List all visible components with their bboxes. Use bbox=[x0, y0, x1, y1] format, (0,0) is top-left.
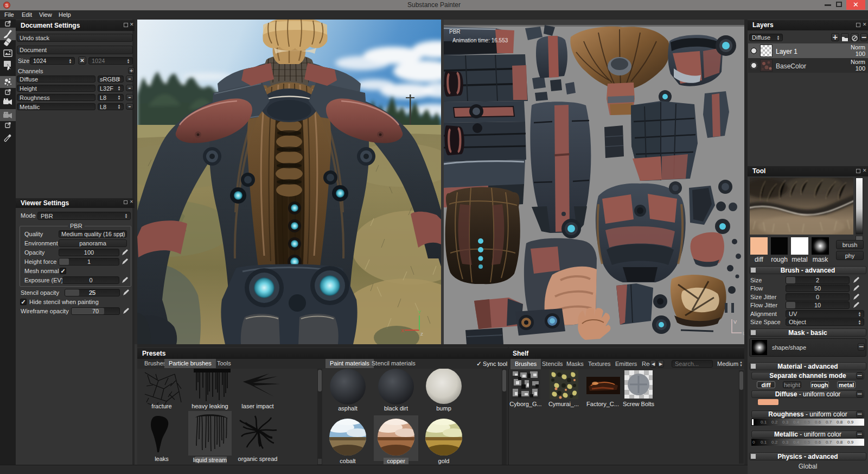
svg-text:Cymurai_...: Cymurai_... bbox=[548, 401, 579, 407]
svg-text:organic spread: organic spread bbox=[238, 456, 278, 462]
svg-text:PBR: PBR bbox=[449, 29, 461, 35]
svg-text:bump: bump bbox=[436, 405, 451, 412]
svg-text:0.6: 0.6 bbox=[815, 420, 821, 425]
svg-text:Y: Y bbox=[418, 309, 421, 315]
svg-text:V: V bbox=[733, 319, 737, 325]
svg-text:0.8: 0.8 bbox=[837, 420, 843, 425]
svg-text:X: X bbox=[401, 328, 404, 333]
svg-text:0.9: 0.9 bbox=[847, 440, 854, 445]
svg-text:Animation time: 16.553: Animation time: 16.553 bbox=[452, 37, 508, 43]
svg-text:0.1: 0.1 bbox=[761, 440, 767, 445]
svg-text:0.4: 0.4 bbox=[793, 420, 800, 425]
svg-text:black dirt: black dirt bbox=[384, 405, 408, 412]
svg-text:asphalt: asphalt bbox=[338, 405, 357, 412]
svg-text:0.6: 0.6 bbox=[815, 440, 821, 445]
svg-text:fracture: fracture bbox=[151, 403, 171, 409]
svg-text:0.7: 0.7 bbox=[826, 420, 832, 425]
svg-text:0.3: 0.3 bbox=[782, 440, 789, 445]
svg-text:0.2: 0.2 bbox=[771, 440, 778, 445]
svg-text:0.5: 0.5 bbox=[804, 440, 810, 445]
svg-text:cobalt: cobalt bbox=[340, 458, 355, 464]
svg-text:copper: copper bbox=[387, 458, 405, 464]
svg-text:Screw Bolts: Screw Bolts bbox=[623, 401, 655, 407]
svg-text:0.3: 0.3 bbox=[782, 420, 789, 425]
svg-text:0.5: 0.5 bbox=[804, 420, 810, 425]
svg-text:leaks: leaks bbox=[155, 456, 169, 462]
svg-text:liquid stream: liquid stream bbox=[193, 457, 227, 463]
svg-text:heavy leaking: heavy leaking bbox=[192, 403, 228, 409]
svg-text:laser impact: laser impact bbox=[241, 403, 273, 409]
svg-text:0.8: 0.8 bbox=[837, 440, 843, 445]
svg-text:0.4: 0.4 bbox=[793, 440, 800, 445]
svg-text:gold: gold bbox=[438, 458, 450, 464]
svg-text:0.9: 0.9 bbox=[847, 420, 854, 425]
svg-text:0.1: 0.1 bbox=[761, 420, 767, 425]
svg-text:Z: Z bbox=[420, 332, 423, 337]
svg-text:Factory_C...: Factory_C... bbox=[586, 401, 619, 407]
svg-text:0.2: 0.2 bbox=[771, 420, 778, 425]
svg-text:Cyborg_G...: Cyborg_G... bbox=[509, 401, 541, 407]
svg-text:0.7: 0.7 bbox=[826, 440, 832, 445]
svg-text:0: 0 bbox=[752, 440, 755, 445]
